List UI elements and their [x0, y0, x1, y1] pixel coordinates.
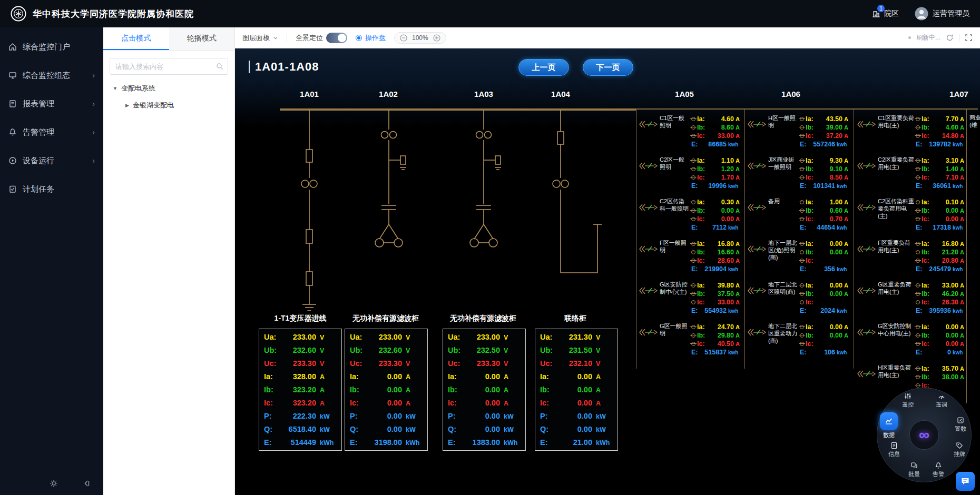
app-root: 华中科技大学同济医学院附属协和医院 1 院区 运营管理员 综合监控门户综合监控组…: [0, 0, 980, 495]
user-menu[interactable]: 运营管理员: [915, 7, 969, 21]
ops-pad-radio[interactable]: 操作盘: [356, 33, 386, 43]
meter-value: 6518.40: [282, 425, 320, 433]
feeder-row[interactable]: G区安防控制中心用电(主)Ia:0.00AIb:0.00AIc:0.00AE:0…: [857, 320, 966, 361]
phase-label: Ia:: [922, 365, 932, 372]
feeder-section-divider: [966, 108, 967, 403]
feeder-row[interactable]: F区一般照明Ia:16.80AIb:16.60AIc:28.60AE:21990…: [639, 236, 742, 278]
energy-unit: kwh: [728, 308, 742, 314]
feeder-current-line: Ia:4.60A: [691, 115, 742, 123]
feeder-row[interactable]: C1区重要负荷用电(主)Ia:7.70AIb:4.60AIc:14.80AE:1…: [857, 112, 966, 153]
sidebar-item-6[interactable]: 计划任务: [0, 175, 103, 203]
phase-value: 29.80: [708, 332, 736, 339]
collapse-sidebar-icon[interactable]: [82, 479, 91, 488]
wheel-item-batch[interactable]: 批量: [903, 462, 926, 477]
phase-unit: A: [844, 207, 850, 214]
phase-label: Ib:: [806, 290, 816, 298]
feeder-row[interactable]: 地下一层北区(危)照明(商)Ia:0.00AIb:0.00AIc:E:356kw…: [747, 236, 850, 278]
feeder-current-line: Ia:33.00A: [916, 281, 966, 290]
feeder-row[interactable]: C2区传染科重要负荷用电(主)Ia:0.10AIb:0.00AIc:0.00AE…: [857, 195, 966, 236]
wheel-item-remote-adjust[interactable]: 遥调: [930, 392, 953, 408]
feeder-row[interactable]: H区一般照明Ia:43.50AIb:39.00AIc:37.20AE:55724…: [747, 112, 850, 153]
feeder-row[interactable]: 备用Ia:1.00AIb:0.60AIc:0.70AE:44654kwh: [747, 195, 850, 236]
energy-unit: kwh: [837, 350, 850, 355]
feeder-row[interactable]: C2区传染科一般照明Ia:0.30AIb:0.00AIc:0.00AE:7112…: [639, 195, 742, 236]
phase-label: Ic:: [697, 340, 708, 348]
disconnector-icon: [800, 175, 804, 180]
wheel-item-set-value[interactable]: 置数: [949, 417, 972, 432]
wheel-item-alarm-bell[interactable]: 告警: [927, 462, 950, 477]
feeder-row[interactable]: G区重要负荷用电(主)Ia:33.00AIb:46.20AIc:26.30AE:…: [857, 278, 966, 320]
feeder-name: C1区一般照明: [660, 115, 691, 130]
pano-locate-toggle[interactable]: [326, 33, 347, 43]
meter-label: P:: [448, 412, 466, 420]
tab-carousel-mode[interactable]: 轮播模式: [169, 27, 235, 50]
refresh-icon[interactable]: [946, 34, 954, 42]
wheel-item-remote-control[interactable]: 遥控: [896, 392, 919, 408]
campus-switcher[interactable]: 1 院区: [871, 9, 899, 18]
chat-button[interactable]: [956, 472, 975, 491]
disconnector-icon: [916, 300, 920, 304]
phase-unit: A: [960, 166, 966, 172]
tree-node[interactable]: ▼变配电系统: [103, 80, 234, 97]
sidebar-item-1[interactable]: 综合监控门户: [0, 33, 103, 61]
tab-click-mode[interactable]: 点击模式: [103, 27, 169, 50]
prev-page-button[interactable]: 上一页: [518, 59, 569, 76]
feeder-row[interactable]: C2区重要负荷用电(主)Ia:3.10AIb:1.40AIc:7.10AE:36…: [857, 153, 966, 195]
sidebar-item-3[interactable]: 报表管理›: [0, 90, 103, 118]
meter-value: 514449: [282, 439, 320, 447]
next-page-button[interactable]: 下一页: [583, 59, 633, 76]
wheel-item-info[interactable]: 信息: [883, 442, 906, 457]
feeder-row[interactable]: C1区一般照明Ia:4.60AIb:8.60AIc:33.00AE:86685k…: [639, 112, 742, 153]
phase-value: 20.80: [932, 257, 960, 264]
sidebar-footer: [0, 479, 103, 495]
phase-label: Ia:: [922, 199, 932, 206]
monitor-icon: [8, 71, 17, 80]
sidebar-item-4[interactable]: 告警管理›: [0, 118, 103, 146]
info-icon: [883, 442, 906, 450]
wheel-item-data-chart[interactable]: 数据: [877, 412, 900, 438]
meter-label: Ia:: [350, 373, 368, 381]
tree-node[interactable]: ▶金银湖变配电: [103, 97, 234, 114]
energy-unit: kwh: [953, 266, 966, 272]
meter-row: Ua:233.00V: [448, 333, 521, 341]
search-input[interactable]: [110, 58, 228, 75]
alarm-bell-icon: [927, 462, 950, 470]
feeder-energy-line: E:19996kwh: [691, 182, 742, 190]
phase-unit: A: [736, 258, 742, 264]
feeder-row[interactable]: 地下二层北区照明(商)Ia:0.00AIb:0.00AIc:E:2024kwh: [747, 278, 850, 320]
phase-value: 1.40: [932, 165, 960, 173]
feeder-current-line: Ib:0.00A: [800, 290, 850, 298]
meter-value: 0.00: [368, 373, 406, 381]
feeder-row[interactable]: F区重要负荷用电(主)Ia:16.80AIb:21.20AIc:20.80AE:…: [857, 236, 966, 278]
feeder-current-line: Ic:14.80A: [916, 132, 966, 140]
feeder-column: C1区重要负荷用电(主)Ia:7.70AIb:4.60AIc:14.80AE:1…: [857, 112, 966, 403]
theme-toggle-icon[interactable]: [50, 479, 58, 488]
feeder-energy-line: E:554932kwh: [691, 306, 742, 315]
layer-panel-dropdown[interactable]: 图层面板: [242, 33, 278, 43]
disconnector-icon: [916, 250, 920, 254]
feeder-row[interactable]: J区商业街一般照明Ia:9.30AIb:9.10AIc:8.50AE:10134…: [747, 153, 850, 195]
feeder-values: Ia:39.80AIb:37.50AIc:33.00AE:554932kwh: [691, 281, 742, 315]
feeder-current-line: Ia:0.00A: [800, 240, 850, 248]
meter-value: 0.00: [466, 386, 504, 394]
zoom-in-button[interactable]: [433, 34, 440, 42]
phase-label: Ia:: [922, 282, 932, 289]
sidebar-item-2[interactable]: 综合监控组态›: [0, 61, 103, 90]
toolbar-divider: [287, 34, 287, 42]
feeder-row[interactable]: C2区一般照明Ia:1.10AIb:1.20AIc:1.70AE:19996kw…: [639, 153, 742, 195]
wheel-item-tag[interactable]: 挂牌: [948, 442, 971, 457]
meter-row: P:0.00kW: [540, 412, 613, 420]
feeder-row[interactable]: G区安防控制中心(主)Ia:39.80AIb:37.50AIc:33.00AE:…: [639, 278, 742, 320]
sidebar-item-5[interactable]: 设备运行›: [0, 146, 103, 175]
disconnector-icon: [691, 333, 695, 338]
fullscreen-icon[interactable]: [965, 34, 973, 42]
feeder-current-line: Ib:4.60A: [916, 123, 966, 132]
scada-canvas[interactable]: 1A01-1A08 上一页 下一页: [235, 48, 980, 495]
feeder-row[interactable]: G区一般照明Ia:24.70AIb:29.80AIc:40.50AE:51583…: [639, 320, 742, 361]
phase-label: Ic:: [806, 174, 816, 181]
wheel-center[interactable]: ∞: [909, 420, 939, 450]
feeder-row[interactable]: 地下二层北区重要动力(商)Ia:0.00AIb:0.00AIc:E:106kwh: [747, 320, 850, 361]
zoom-out-button[interactable]: [400, 34, 407, 42]
phase-label: Ib:: [697, 249, 708, 256]
sidebar-item-label: 计划任务: [23, 184, 54, 194]
